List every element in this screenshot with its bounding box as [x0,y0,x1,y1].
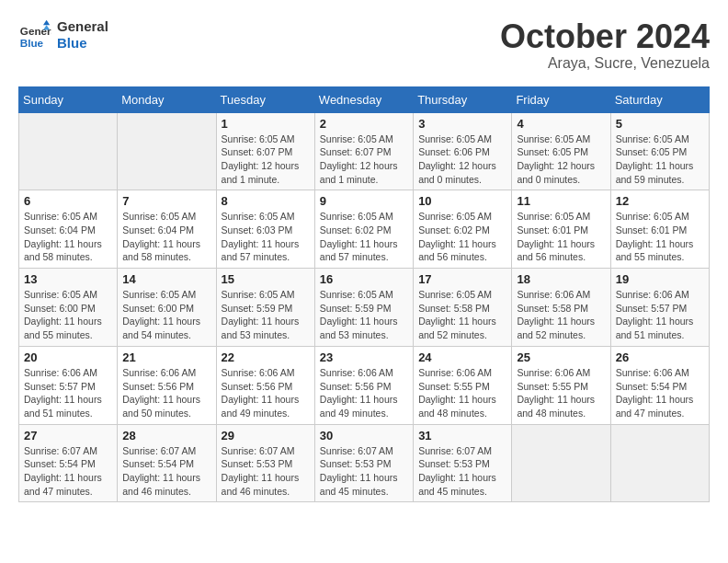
weekday-header-wednesday: Wednesday [314,86,413,112]
day-info: Sunrise: 6:05 AM Sunset: 6:04 PM Dayligh… [122,210,210,264]
day-number: 28 [122,429,210,442]
calendar-cell: 5Sunrise: 6:05 AM Sunset: 6:05 PM Daylig… [610,112,709,190]
day-number: 6 [24,194,112,208]
day-info: Sunrise: 6:06 AM Sunset: 5:55 PM Dayligh… [517,366,605,420]
day-info: Sunrise: 6:05 AM Sunset: 6:05 PM Dayligh… [616,132,704,187]
day-number: 8 [222,194,310,208]
day-info: Sunrise: 6:05 AM Sunset: 6:06 PM Dayligh… [418,132,506,187]
weekday-header-sunday: Sunday [19,86,118,112]
day-number: 9 [320,194,408,208]
day-info: Sunrise: 6:05 AM Sunset: 6:07 PM Dayligh… [222,132,310,187]
calendar-cell: 14Sunrise: 6:05 AM Sunset: 6:00 PM Dayli… [118,269,216,347]
day-number: 29 [222,429,310,442]
day-info: Sunrise: 6:07 AM Sunset: 5:53 PM Dayligh… [222,444,310,499]
calendar-week-row: 20Sunrise: 6:06 AM Sunset: 5:57 PM Dayli… [19,346,710,424]
calendar-week-row: 6Sunrise: 6:05 AM Sunset: 6:04 PM Daylig… [19,190,710,269]
day-info: Sunrise: 6:05 AM Sunset: 6:04 PM Dayligh… [24,210,112,264]
day-info: Sunrise: 6:05 AM Sunset: 6:00 PM Dayligh… [122,288,210,342]
day-info: Sunrise: 6:06 AM Sunset: 5:55 PM Dayligh… [418,366,506,420]
day-info: Sunrise: 6:05 AM Sunset: 6:01 PM Dayligh… [616,210,704,264]
logo-text-general: General [57,18,108,35]
calendar-cell [19,112,118,190]
calendar-cell: 25Sunrise: 6:06 AM Sunset: 5:55 PM Dayli… [512,346,610,424]
calendar-cell: 13Sunrise: 6:05 AM Sunset: 6:00 PM Dayli… [19,269,118,347]
day-number: 27 [24,429,112,442]
weekday-header-friday: Friday [512,86,610,112]
calendar-cell: 1Sunrise: 6:05 AM Sunset: 6:07 PM Daylig… [216,112,314,190]
calendar-cell: 2Sunrise: 6:05 AM Sunset: 6:07 PM Daylig… [314,112,413,190]
calendar-cell: 16Sunrise: 6:05 AM Sunset: 5:59 PM Dayli… [314,269,413,347]
month-title: October 2024 [500,18,710,55]
calendar-cell [512,424,610,502]
day-number: 22 [222,350,310,364]
calendar-cell: 3Sunrise: 6:05 AM Sunset: 6:06 PM Daylig… [414,112,512,190]
day-number: 2 [320,117,408,131]
day-info: Sunrise: 6:07 AM Sunset: 5:53 PM Dayligh… [320,444,408,499]
title-block: October 2024 Araya, Sucre, Venezuela [500,18,710,72]
calendar-table: SundayMondayTuesdayWednesdayThursdayFrid… [18,86,710,503]
day-info: Sunrise: 6:05 AM Sunset: 5:59 PM Dayligh… [222,288,310,342]
calendar-week-row: 27Sunrise: 6:07 AM Sunset: 5:54 PM Dayli… [19,424,710,502]
day-info: Sunrise: 6:06 AM Sunset: 5:54 PM Dayligh… [616,366,704,420]
calendar-cell [610,424,709,502]
day-number: 5 [616,117,704,131]
day-info: Sunrise: 6:06 AM Sunset: 5:58 PM Dayligh… [517,288,605,342]
day-number: 4 [517,117,605,131]
logo: General Blue General Blue [18,18,108,52]
day-info: Sunrise: 6:05 AM Sunset: 6:02 PM Dayligh… [320,210,408,264]
day-number: 24 [418,350,506,364]
day-info: Sunrise: 6:07 AM Sunset: 5:54 PM Dayligh… [122,444,210,499]
day-info: Sunrise: 6:05 AM Sunset: 6:00 PM Dayligh… [24,288,112,342]
calendar-cell: 30Sunrise: 6:07 AM Sunset: 5:53 PM Dayli… [314,424,413,502]
calendar-cell: 21Sunrise: 6:06 AM Sunset: 5:56 PM Dayli… [118,346,216,424]
weekday-header-row: SundayMondayTuesdayWednesdayThursdayFrid… [19,86,710,112]
calendar-cell: 19Sunrise: 6:06 AM Sunset: 5:57 PM Dayli… [610,269,709,347]
calendar-cell: 26Sunrise: 6:06 AM Sunset: 5:54 PM Dayli… [610,346,709,424]
day-number: 18 [517,272,605,286]
svg-marker-2 [43,20,50,25]
day-info: Sunrise: 6:07 AM Sunset: 5:54 PM Dayligh… [24,444,112,499]
day-number: 19 [616,272,704,286]
weekday-header-tuesday: Tuesday [216,86,314,112]
calendar-cell: 9Sunrise: 6:05 AM Sunset: 6:02 PM Daylig… [314,190,413,269]
day-number: 31 [418,429,506,442]
weekday-header-thursday: Thursday [414,86,512,112]
day-number: 25 [517,350,605,364]
day-number: 10 [418,194,506,208]
day-info: Sunrise: 6:05 AM Sunset: 6:03 PM Dayligh… [222,210,310,264]
calendar-cell: 20Sunrise: 6:06 AM Sunset: 5:57 PM Dayli… [19,346,118,424]
day-number: 14 [122,272,210,286]
day-info: Sunrise: 6:05 AM Sunset: 6:01 PM Dayligh… [517,210,605,264]
day-number: 15 [222,272,310,286]
day-info: Sunrise: 6:05 AM Sunset: 5:59 PM Dayligh… [320,288,408,342]
calendar-cell: 22Sunrise: 6:06 AM Sunset: 5:56 PM Dayli… [216,346,314,424]
day-info: Sunrise: 6:06 AM Sunset: 5:57 PM Dayligh… [24,366,112,420]
day-info: Sunrise: 6:06 AM Sunset: 5:56 PM Dayligh… [320,366,408,420]
day-info: Sunrise: 6:05 AM Sunset: 5:58 PM Dayligh… [418,288,506,342]
calendar-cell: 17Sunrise: 6:05 AM Sunset: 5:58 PM Dayli… [414,269,512,347]
day-number: 26 [616,350,704,364]
day-info: Sunrise: 6:05 AM Sunset: 6:07 PM Dayligh… [320,132,408,187]
day-number: 12 [616,194,704,208]
day-number: 30 [320,429,408,442]
day-number: 16 [320,272,408,286]
calendar-cell: 24Sunrise: 6:06 AM Sunset: 5:55 PM Dayli… [414,346,512,424]
calendar-cell: 27Sunrise: 6:07 AM Sunset: 5:54 PM Dayli… [19,424,118,502]
calendar-cell: 15Sunrise: 6:05 AM Sunset: 5:59 PM Dayli… [216,269,314,347]
day-number: 7 [122,194,210,208]
weekday-header-monday: Monday [118,86,216,112]
calendar-cell: 31Sunrise: 6:07 AM Sunset: 5:53 PM Dayli… [414,424,512,502]
weekday-header-saturday: Saturday [610,86,709,112]
calendar-cell: 28Sunrise: 6:07 AM Sunset: 5:54 PM Dayli… [118,424,216,502]
calendar-cell: 11Sunrise: 6:05 AM Sunset: 6:01 PM Dayli… [512,190,610,269]
day-number: 11 [517,194,605,208]
calendar-cell: 10Sunrise: 6:05 AM Sunset: 6:02 PM Dayli… [414,190,512,269]
calendar-cell: 23Sunrise: 6:06 AM Sunset: 5:56 PM Dayli… [314,346,413,424]
calendar-cell: 4Sunrise: 6:05 AM Sunset: 6:05 PM Daylig… [512,112,610,190]
day-info: Sunrise: 6:05 AM Sunset: 6:05 PM Dayligh… [517,132,605,187]
calendar-cell: 18Sunrise: 6:06 AM Sunset: 5:58 PM Dayli… [512,269,610,347]
day-info: Sunrise: 6:06 AM Sunset: 5:56 PM Dayligh… [122,366,210,420]
day-number: 17 [418,272,506,286]
day-number: 21 [122,350,210,364]
calendar-cell: 29Sunrise: 6:07 AM Sunset: 5:53 PM Dayli… [216,424,314,502]
